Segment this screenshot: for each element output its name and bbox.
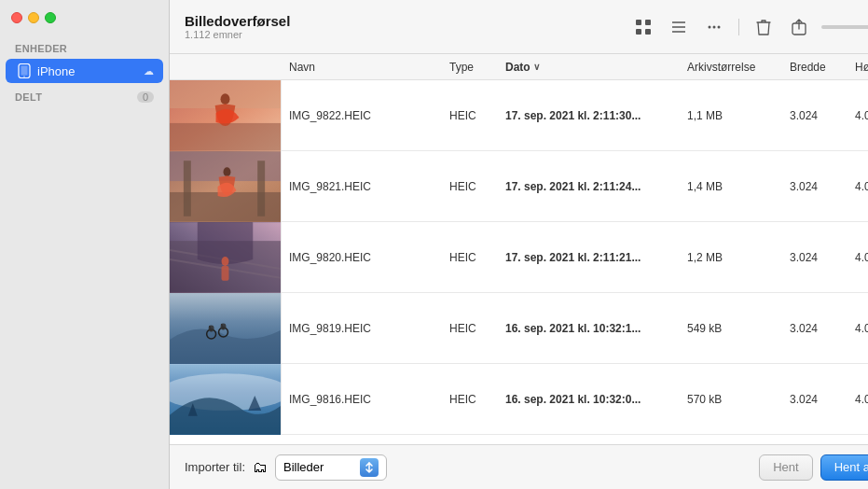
svg-rect-6 — [645, 29, 651, 35]
cell-size-1: 1,4 MB — [687, 180, 790, 193]
thumbnail-0 — [170, 80, 282, 151]
svg-rect-1 — [21, 66, 28, 76]
hent-alle-button[interactable]: Hent alle — [820, 454, 868, 481]
svg-point-23 — [224, 167, 231, 176]
cell-width-1: 3.024 — [790, 180, 855, 193]
table-row[interactable]: IMG_9821.HEIC HEIC 17. sep. 2021 kl. 2:1… — [170, 151, 868, 222]
sidebar: ENHEDER iPhone ☁ DELT 0 — [0, 0, 170, 489]
cell-height-1: 4.032 — [855, 180, 868, 193]
cell-width-4: 3.024 — [790, 393, 855, 406]
cell-size-2: 1,2 MB — [687, 251, 790, 264]
import-to-label: Importer til: — [185, 460, 245, 474]
col-header-size[interactable]: Arkivstørrelse — [687, 61, 790, 74]
folder-select[interactable]: Billeder — [275, 454, 387, 481]
zoom-slider[interactable] — [821, 25, 868, 29]
svg-point-10 — [709, 25, 711, 28]
iphone-label: iPhone — [37, 64, 144, 78]
col-header-name[interactable]: Navn — [282, 61, 449, 74]
table-row[interactable]: IMG_9816.HEIC HEIC 16. sep. 2021 kl. 10:… — [170, 364, 868, 435]
titlebar-traffic-lights — [0, 0, 169, 35]
table-row[interactable]: IMG_9822.HEIC HEIC 17. sep. 2021 kl. 2:1… — [170, 80, 868, 151]
cell-size-0: 1,1 MB — [687, 109, 790, 122]
thumbnail-3 — [170, 293, 282, 364]
row-data-4: IMG_9816.HEIC HEIC 16. sep. 2021 kl. 10:… — [282, 393, 868, 406]
cell-date-4: 16. sep. 2021 kl. 10:32:0... — [505, 393, 687, 406]
cell-type-1: HEIC — [449, 180, 505, 193]
titlebar-info: Billedoverførsel 1.112 emner — [185, 13, 630, 40]
toolbar — [630, 14, 868, 40]
close-button[interactable] — [11, 12, 22, 23]
cell-size-4: 570 kB — [687, 393, 790, 406]
app-subtitle: 1.112 emner — [185, 29, 630, 40]
cell-name-4: IMG_9816.HEIC — [282, 393, 449, 406]
svg-rect-22 — [257, 161, 265, 217]
titlebar-main: Billedoverførsel 1.112 emner — [170, 0, 868, 54]
cell-date-0: 17. sep. 2021 kl. 2:11:30... — [505, 109, 687, 122]
sidebar-item-iphone[interactable]: iPhone ☁ — [6, 59, 163, 83]
svg-rect-3 — [636, 20, 641, 25]
svg-rect-21 — [184, 161, 191, 217]
svg-rect-16 — [170, 122, 281, 150]
row-data-1: IMG_9821.HEIC HEIC 17. sep. 2021 kl. 2:1… — [282, 180, 868, 193]
table-row[interactable]: IMG_9819.HEIC HEIC 16. sep. 2021 kl. 10:… — [170, 293, 868, 364]
folder-select-arrow-icon — [360, 458, 379, 477]
sort-arrow-icon: ∨ — [533, 62, 540, 72]
cell-date-3: 16. sep. 2021 kl. 10:32:1... — [505, 322, 687, 335]
iphone-icon — [17, 63, 32, 78]
cell-name-3: IMG_9819.HEIC — [282, 322, 449, 335]
cell-date-1: 17. sep. 2021 kl. 2:11:24... — [505, 180, 687, 193]
col-header-type[interactable]: Type — [449, 61, 505, 74]
enheder-section-label: ENHEDER — [0, 35, 169, 58]
table-row[interactable]: IMG_9820.HEIC HEIC 17. sep. 2021 kl. 2:1… — [170, 222, 868, 293]
svg-point-17 — [221, 93, 230, 105]
cell-type-4: HEIC — [449, 393, 505, 406]
thumbnail-2 — [170, 222, 282, 293]
svg-point-28 — [222, 257, 229, 266]
cell-type-2: HEIC — [449, 251, 505, 264]
svg-rect-4 — [645, 20, 651, 25]
thumbnail-1 — [170, 151, 282, 222]
row-data-3: IMG_9819.HEIC HEIC 16. sep. 2021 kl. 10:… — [282, 322, 868, 335]
cell-name-1: IMG_9821.HEIC — [282, 180, 449, 193]
hent-button[interactable]: Hent — [759, 454, 812, 481]
row-data-0: IMG_9822.HEIC HEIC 17. sep. 2021 kl. 2:1… — [282, 109, 868, 122]
folder-icon: 🗂 — [253, 459, 268, 476]
cloud-icon: ☁ — [144, 65, 154, 77]
cell-name-2: IMG_9820.HEIC — [282, 251, 449, 264]
grid-view-button[interactable] — [630, 14, 656, 40]
app-title: Billedoverførsel — [185, 13, 630, 29]
cell-height-2: 4.032 — [855, 251, 868, 264]
cell-height-3: 4.032 — [855, 322, 868, 335]
delt-count: 0 — [137, 91, 154, 103]
col-header-width[interactable]: Bredde — [790, 61, 855, 74]
cell-name-0: IMG_9822.HEIC — [282, 109, 449, 122]
thumbnail-4 — [170, 364, 282, 435]
main-panel: Billedoverførsel 1.112 emner — [170, 0, 868, 489]
delt-label: DELT — [15, 91, 137, 103]
toolbar-separator — [738, 19, 739, 35]
svg-rect-5 — [636, 29, 641, 35]
cell-size-3: 549 kB — [687, 322, 790, 335]
footer: Importer til: 🗂 Billeder Hent Hent alle — [170, 444, 868, 489]
svg-rect-29 — [222, 265, 229, 280]
cell-width-2: 3.024 — [790, 251, 855, 264]
svg-point-2 — [23, 76, 25, 77]
col-header-date[interactable]: Dato ∨ — [505, 61, 687, 74]
traffic-lights — [11, 12, 56, 23]
delete-button[interactable] — [751, 14, 777, 40]
cell-height-0: 4.032 — [855, 109, 868, 122]
maximize-button[interactable] — [45, 12, 56, 23]
more-options-button[interactable] — [701, 14, 727, 40]
table-body: IMG_9822.HEIC HEIC 17. sep. 2021 kl. 2:1… — [170, 80, 868, 444]
table-header: Navn Type Dato ∨ Arkivstørrelse Bredde H… — [170, 54, 868, 80]
folder-select-label: Billeder — [283, 460, 354, 474]
minimize-button[interactable] — [28, 12, 39, 23]
svg-point-11 — [713, 25, 716, 28]
cell-width-0: 3.024 — [790, 109, 855, 122]
cell-type-0: HEIC — [449, 109, 505, 122]
cell-type-3: HEIC — [449, 322, 505, 335]
share-button[interactable] — [786, 14, 812, 40]
row-data-2: IMG_9820.HEIC HEIC 17. sep. 2021 kl. 2:1… — [282, 251, 868, 264]
col-header-height[interactable]: Højde — [855, 61, 868, 74]
list-view-button[interactable] — [666, 14, 692, 40]
